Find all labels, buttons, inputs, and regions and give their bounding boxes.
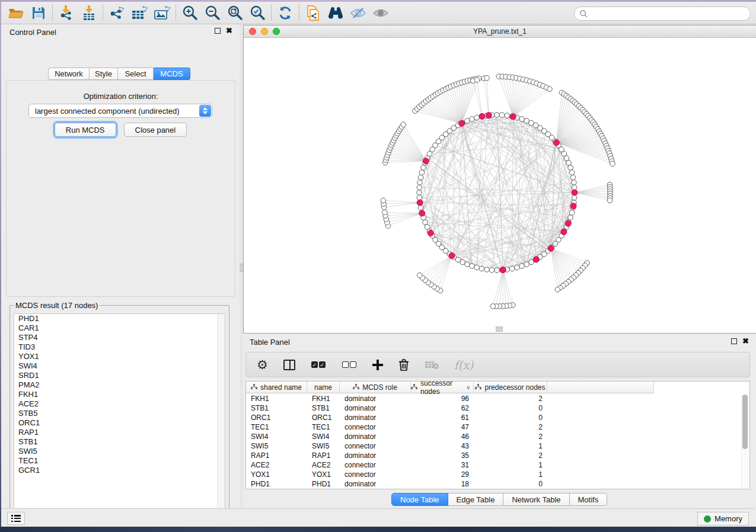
cell-shared-name[interactable]: PHD1 [246,479,307,489]
show-all-icon[interactable] [369,4,392,23]
dominator-node[interactable] [500,267,506,273]
deselect-all-rows-icon[interactable]: ✓✓ [342,361,357,368]
column-header-MCDS-role[interactable]: MCDS role [340,382,411,393]
network-node[interactable] [381,198,386,203]
mcds-result-item[interactable]: PMA2 [14,380,225,390]
network-node[interactable] [470,117,475,122]
network-node[interactable] [474,115,480,120]
mcds-result-item[interactable]: SWI4 [14,361,225,371]
mcds-result-item[interactable]: CAR1 [14,323,225,333]
dominator-node[interactable] [510,114,516,120]
zoom-in-icon[interactable] [178,4,201,23]
network-node[interactable] [417,190,422,196]
network-node[interactable] [555,287,560,292]
cell-MCDS-role[interactable]: dominator [340,479,411,489]
network-node[interactable] [572,185,577,190]
tab-style[interactable]: Style [90,68,118,80]
network-node[interactable] [570,175,576,180]
network-node[interactable] [490,304,496,309]
cell-shared-name[interactable]: SWI5 [246,441,307,451]
network-node[interactable] [421,165,426,171]
network-node[interactable] [425,225,430,230]
network-node[interactable] [382,210,388,215]
dominator-node[interactable] [565,220,571,226]
cell-shared-name[interactable]: RAP1 [246,451,307,460]
cell-successor-nodes[interactable]: 31 [411,460,474,470]
network-node[interactable] [569,210,575,216]
cell-name[interactable]: RAP1 [307,451,340,460]
clone-network-icon[interactable] [302,4,324,23]
network-node[interactable] [568,165,573,171]
mcds-result-item[interactable]: TEC1 [14,456,225,466]
search-box[interactable] [574,7,751,21]
network-node[interactable] [470,264,475,269]
table-scrollbar[interactable] [741,395,748,488]
mcds-result-item[interactable]: GCR1 [14,466,225,475]
dominator-node[interactable] [553,140,559,146]
result-list-scrollbar[interactable] [217,314,225,521]
cell-successor-nodes[interactable]: 96 [411,394,474,403]
cell-MCDS-role[interactable]: dominator [340,394,411,403]
tab-mcds[interactable]: MCDS [154,68,190,80]
close-panel-button[interactable]: Close panel [124,123,187,137]
network-node[interactable] [418,175,423,180]
add-column-icon[interactable] [372,360,383,370]
mcds-result-item[interactable]: STB5 [14,409,225,418]
cell-MCDS-role[interactable]: connector [340,460,411,470]
cell-predecessor-nodes[interactable]: 1 [474,460,547,470]
network-node[interactable] [568,215,573,220]
cell-name[interactable]: SWI5 [307,441,340,451]
dominator-node[interactable] [572,190,578,196]
cell-predecessor-nodes[interactable]: 0 [474,403,547,413]
network-node[interactable] [607,198,613,203]
dominator-node[interactable] [533,257,539,262]
dominator-node[interactable] [548,245,554,251]
tab-motifs[interactable]: Motifs [570,493,608,506]
tab-select[interactable]: Select [118,68,154,80]
zoom-fit-icon[interactable] [224,4,246,23]
cell-successor-nodes[interactable]: 43 [411,441,474,451]
dominator-node[interactable] [561,229,567,235]
network-node[interactable] [524,118,529,124]
network-node[interactable] [484,267,490,273]
network-node[interactable] [610,161,615,166]
network-titlebar[interactable]: YPA_prune.txt_1 [244,25,756,38]
cell-name[interactable]: ACE2 [307,460,340,470]
table-row-YOX1[interactable]: YOX1YOX1connector291 [246,470,749,479]
table-row-RAP1[interactable]: RAP1RAP1dominator352 [246,451,749,460]
run-mcds-button[interactable]: Run MCDS [55,123,116,137]
network-node[interactable] [564,156,569,161]
mcds-result-item[interactable]: SWI5 [14,447,225,456]
mcds-result-item[interactable]: YOX1 [14,352,225,361]
network-node[interactable] [495,113,500,118]
float-table-panel-icon[interactable] [731,338,737,344]
cell-name[interactable]: PHD1 [307,479,340,489]
dominator-node[interactable] [428,230,433,236]
cell-MCDS-role[interactable]: dominator [340,403,411,413]
cell-name[interactable]: FKH1 [307,394,340,403]
network-node[interactable] [547,86,553,92]
cell-MCDS-role[interactable]: dominator [340,432,411,441]
mcds-result-item[interactable]: PHD1 [14,314,225,323]
network-node[interactable] [519,117,525,122]
dominator-node[interactable] [479,113,485,119]
memory-button[interactable]: Memory [697,512,749,525]
network-node[interactable] [484,75,490,81]
mcds-result-item[interactable]: FKH1 [14,390,225,399]
cell-predecessor-nodes[interactable]: 0 [474,413,547,422]
export-table-icon[interactable] [128,4,151,23]
cell-successor-nodes[interactable]: 29 [411,470,474,479]
cell-shared-name[interactable]: YOX1 [246,470,307,479]
network-node[interactable] [489,267,495,273]
import-network-icon[interactable] [55,4,78,23]
mcds-result-item[interactable]: STB1 [14,437,225,447]
table-row-SWI5[interactable]: SWI5SWI5connector431 [246,441,749,451]
cell-name[interactable]: YOX1 [307,470,340,479]
tab-network-table[interactable]: Network Table [503,493,569,506]
dominator-node[interactable] [449,253,455,259]
table-row-FKH1[interactable]: FKH1FKH1dominator962 [246,394,749,403]
close-panel-icon[interactable]: ✖ [226,28,232,34]
dominator-node[interactable] [459,120,465,126]
cell-name[interactable]: TEC1 [307,422,340,432]
mcds-result-item[interactable]: ORC1 [14,418,225,428]
